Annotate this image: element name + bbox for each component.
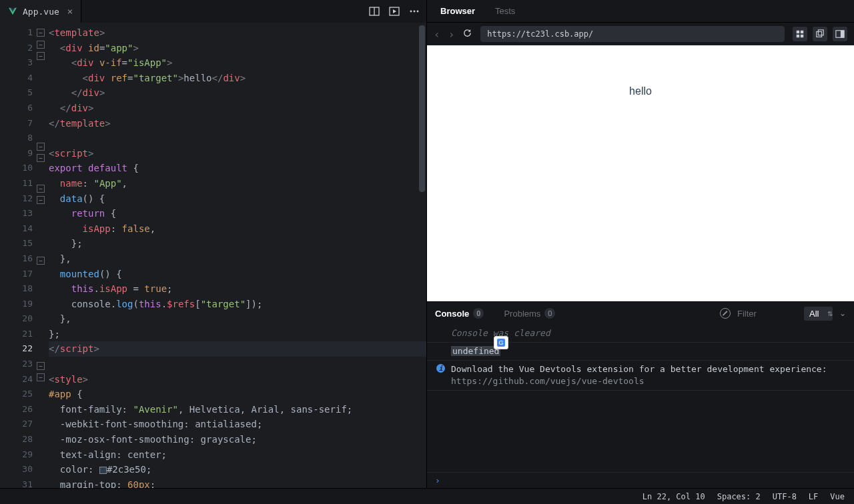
code-editor[interactable]: 1234567891011121314151617181920212223242… [0, 23, 426, 488]
console-input[interactable]: › [427, 472, 854, 488]
right-pane: Browser Tests ‹ › hello Consol [427, 0, 854, 488]
tab-tests[interactable]: Tests [495, 6, 515, 16]
svg-rect-8 [801, 31, 803, 33]
url-input[interactable] [480, 26, 785, 42]
console-output[interactable]: Console was cleared undefinedG i Downloa… [427, 325, 854, 472]
split-editor-icon[interactable] [369, 6, 380, 17]
preview-text: hello [427, 85, 854, 97]
log-level-select[interactable]: All [804, 307, 833, 321]
svg-rect-14 [841, 31, 844, 38]
svg-rect-10 [801, 35, 803, 37]
tab-filename: App.vue [23, 7, 59, 17]
file-tab[interactable]: App.vue × [0, 0, 81, 23]
console-panel: Console0 Problems0 All ⇅ ⌄ Console was c… [427, 301, 854, 488]
eol[interactable]: LF [809, 492, 818, 501]
editor-tabs: App.vue × [0, 0, 426, 23]
problems-badge: 0 [544, 308, 555, 319]
clear-console-icon[interactable] [720, 308, 731, 319]
tab-problems[interactable]: Problems0 [504, 308, 555, 319]
url-bar: ‹ › [427, 23, 854, 45]
filter-input[interactable] [737, 309, 797, 319]
reload-icon[interactable] [462, 28, 472, 40]
scrollbar-thumb[interactable] [419, 25, 425, 192]
svg-marker-3 [393, 9, 396, 13]
svg-rect-11 [817, 32, 822, 37]
console-row: undefinedG [427, 343, 854, 361]
svg-point-6 [417, 11, 419, 13]
tab-browser[interactable]: Browser [440, 6, 475, 16]
more-icon[interactable] [409, 6, 420, 17]
indent-setting[interactable]: Spaces: 2 [717, 492, 761, 501]
back-icon[interactable]: ‹ [434, 28, 440, 41]
forward-icon[interactable]: › [448, 28, 455, 41]
svg-rect-7 [797, 31, 799, 33]
vue-icon [8, 7, 17, 16]
console-row: Console was cleared [427, 325, 854, 343]
new-window-icon[interactable] [813, 27, 827, 41]
encoding[interactable]: UTF-8 [773, 492, 797, 501]
editor-pane: App.vue × 123456789101112131415161718192… [0, 0, 427, 488]
info-icon: i [436, 364, 445, 373]
svg-point-5 [414, 11, 416, 13]
chevron-down-icon[interactable]: ⌄ [839, 309, 846, 318]
translate-badge-icon[interactable]: G [494, 336, 508, 349]
cursor-position[interactable]: Ln 22, Col 10 [643, 492, 705, 501]
svg-point-4 [410, 11, 412, 13]
svg-rect-9 [797, 35, 799, 37]
csb-icon[interactable] [793, 27, 807, 41]
browser-preview[interactable]: hello [427, 45, 854, 301]
toggle-preview-icon[interactable] [389, 6, 400, 17]
console-row: i Download the Vue Devtools extension fo… [427, 361, 854, 391]
console-badge: 0 [473, 308, 484, 319]
status-bar: Ln 22, Col 10 Spaces: 2 UTF-8 LF Vue [0, 488, 854, 504]
language-mode[interactable]: Vue [830, 492, 845, 501]
close-icon[interactable]: × [67, 6, 73, 17]
tab-console[interactable]: Console0 [435, 308, 484, 319]
layout-icon[interactable] [833, 27, 847, 41]
svg-rect-12 [818, 30, 823, 35]
right-tabs: Browser Tests [427, 0, 854, 23]
